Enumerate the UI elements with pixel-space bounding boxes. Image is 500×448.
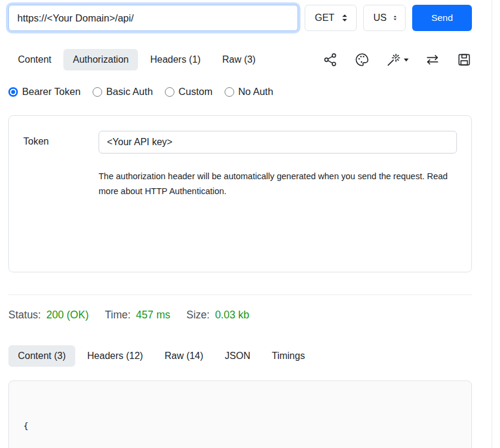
time-label: Time: [105, 309, 130, 321]
magic-wand-dropdown-icon[interactable] [386, 52, 409, 67]
radio-label: Bearer Token [22, 86, 81, 97]
select-updown-icon [392, 13, 398, 23]
size-value: 0.03 kb [215, 309, 249, 321]
url-input[interactable] [8, 5, 298, 31]
status-item: Status: 200 (OK) [8, 309, 88, 321]
radio-label: Custom [179, 86, 213, 97]
swap-arrows-icon[interactable] [425, 52, 440, 67]
tab-response-content[interactable]: Content (3) [8, 345, 75, 367]
time-value: 457 ms [136, 309, 170, 321]
request-tabs: Content Authorization Headers (1) Raw (3… [8, 49, 472, 70]
tab-response-headers[interactable]: Headers (12) [78, 345, 152, 367]
token-panel: Token The authorization header will be a… [8, 115, 472, 272]
tab-response-raw[interactable]: Raw (14) [155, 345, 213, 367]
tab-content[interactable]: Content [8, 49, 61, 70]
palette-icon[interactable] [354, 52, 370, 67]
size-item: Size: 0.03 kb [186, 309, 249, 321]
radio-icon [165, 87, 174, 97]
tab-response-timings[interactable]: Timings [262, 345, 314, 367]
response-summary: Status: 200 (OK) Time: 457 ms Size: 0.03… [8, 309, 472, 321]
radio-bearer-token[interactable]: Bearer Token [8, 86, 81, 97]
radio-custom[interactable]: Custom [165, 86, 213, 97]
tab-raw[interactable]: Raw (3) [213, 49, 265, 70]
radio-icon [225, 87, 234, 97]
tab-headers[interactable]: Headers (1) [140, 49, 210, 70]
radio-icon [93, 87, 102, 97]
share-icon[interactable] [323, 52, 338, 67]
radio-label: Basic Auth [106, 86, 153, 97]
time-item: Time: 457 ms [105, 309, 170, 321]
dropdown-caret-icon [404, 59, 409, 62]
region-select-value: US [373, 13, 386, 23]
select-updown-icon [341, 13, 349, 23]
radio-label: No Auth [238, 86, 274, 97]
radio-basic-auth[interactable]: Basic Auth [93, 86, 153, 97]
tab-authorization[interactable]: Authorization [63, 49, 138, 70]
token-input[interactable] [99, 131, 457, 154]
radio-no-auth[interactable]: No Auth [225, 86, 274, 97]
response-tabs: Content (3) Headers (12) Raw (14) JSON T… [8, 345, 472, 367]
region-select[interactable]: US [363, 5, 406, 31]
radio-icon [8, 87, 18, 97]
token-label: Token [23, 131, 99, 257]
save-icon[interactable] [456, 52, 472, 67]
auth-type-options: Bearer Token Basic Auth Custom No Auth [8, 86, 472, 97]
method-select[interactable]: GET [305, 5, 357, 31]
toolbar [323, 52, 472, 67]
token-help-text: The authorization header will be automat… [99, 169, 457, 199]
tab-response-json[interactable]: JSON [215, 345, 260, 367]
column-edge-divider [492, 0, 492, 448]
api-tester-app: GET US Send Content Authorization Header… [0, 0, 500, 448]
size-label: Size: [186, 309, 210, 321]
response-body: { "message": "API running." } [8, 381, 472, 448]
method-select-value: GET [315, 13, 335, 23]
status-label: Status: [8, 309, 41, 321]
request-bar: GET US Send [8, 5, 472, 31]
json-line-open: { [23, 419, 457, 434]
section-divider [8, 294, 472, 295]
status-value: 200 (OK) [46, 309, 88, 321]
send-button[interactable]: Send [412, 5, 472, 31]
